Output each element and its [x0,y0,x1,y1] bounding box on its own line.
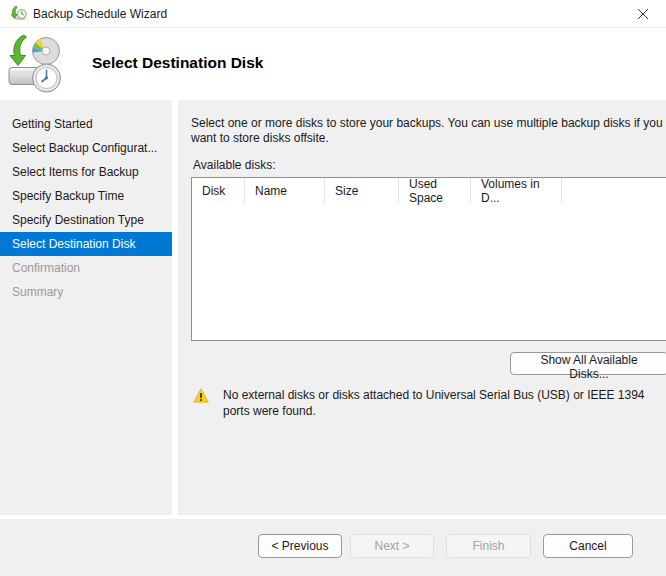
wizard-header: Select Destination Disk [0,28,666,100]
footer-button-bar: < Previous Next > Finish Cancel [0,519,666,576]
step-select-backup-configuration[interactable]: Select Backup Configurat... [0,136,172,160]
column-header-name[interactable]: Name [245,178,325,204]
show-all-row: Show All Available Disks... [191,352,666,375]
warning-row: No external disks or disks attached to U… [191,387,666,419]
next-button: Next > [350,534,434,558]
backup-schedule-wizard-window: Backup Schedule Wizard [0,0,666,576]
wizard-body: Getting Started Select Backup Configurat… [0,100,666,515]
column-header-size[interactable]: Size [325,178,399,204]
main-content: Select one or more disks to store your b… [178,100,666,515]
wizard-app-icon [10,5,27,22]
step-select-items-for-backup[interactable]: Select Items for Backup [0,160,172,184]
step-confirmation: Confirmation [0,256,172,280]
titlebar: Backup Schedule Wizard [0,0,666,28]
wizard-steps-sidebar: Getting Started Select Backup Configurat… [0,100,172,515]
close-icon [637,8,649,20]
table-empty-body [192,204,666,340]
close-button[interactable] [620,0,666,28]
step-select-destination-disk[interactable]: Select Destination Disk [0,232,172,256]
available-disks-label: Available disks: [193,158,666,172]
finish-button: Finish [446,534,531,558]
show-all-available-disks-button[interactable]: Show All Available Disks... [510,352,666,375]
previous-button[interactable]: < Previous [258,534,342,558]
step-specify-destination-type[interactable]: Specify Destination Type [0,208,172,232]
warning-icon [193,388,209,403]
warning-text: No external disks or disks attached to U… [223,387,666,419]
available-disks-table: Disk Name Size Used Space Volumes in D..… [191,177,666,341]
column-header-filler [562,178,666,204]
page-title: Select Destination Disk [92,54,263,72]
table-header-row: Disk Name Size Used Space Volumes in D..… [192,178,666,204]
intro-text: Select one or more disks to store your b… [191,116,664,146]
column-header-disk[interactable]: Disk [192,178,245,204]
backup-disk-clock-icon [8,34,64,94]
step-specify-backup-time[interactable]: Specify Backup Time [0,184,172,208]
column-header-volumes-in-disk[interactable]: Volumes in D... [471,178,562,204]
step-summary: Summary [0,280,172,304]
column-header-used-space[interactable]: Used Space [399,178,471,204]
window-title: Backup Schedule Wizard [33,7,167,21]
cancel-button[interactable]: Cancel [543,534,633,558]
step-getting-started[interactable]: Getting Started [0,112,172,136]
